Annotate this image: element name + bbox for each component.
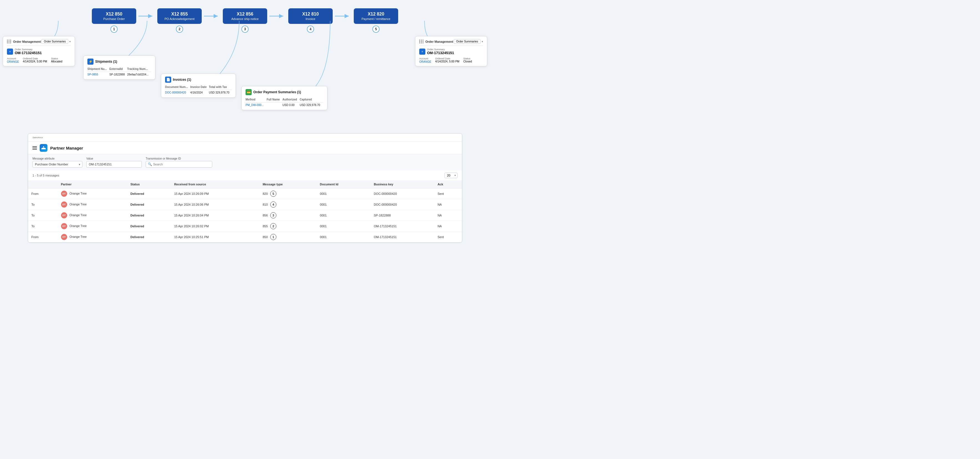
invoices-col1: Document Num...	[165, 85, 190, 90]
chevron-right: ▾	[482, 40, 483, 43]
row-received-0: 15 Apr 2024 10:26:09 PM	[171, 188, 259, 199]
box-code-810: X12 810	[294, 12, 327, 17]
msg-id-filter-group: Transmission or Message ID 🔍	[146, 157, 212, 167]
row-partner-0: OT Orange Tree	[58, 188, 127, 199]
payment-authorized: USD 0.00	[282, 102, 300, 107]
invoices-icon: 📄	[165, 76, 171, 83]
order-summaries-badge-right[interactable]: Order Summaries	[453, 39, 480, 44]
order-mgmt-badge-left: Order Management	[7, 40, 41, 43]
invoices-col3: Total with Tax	[209, 85, 232, 90]
payment-col2: Full Name	[267, 97, 282, 102]
hamburger-menu[interactable]	[32, 146, 37, 150]
shipment-num[interactable]: SP-0855	[88, 73, 98, 76]
box-name-820: Payment / remittance	[359, 17, 393, 21]
shipments-col2: ExternalId	[109, 67, 127, 72]
invoice-date: 4/16/2024	[190, 90, 209, 95]
grid-dots-right	[419, 40, 424, 43]
payment-col1: Method	[245, 97, 267, 102]
row-status-1: Delivered	[127, 199, 171, 210]
steps-row: 1 2 3 4 5	[11, 26, 479, 27]
account-val-left[interactable]: ORANGE	[7, 60, 19, 63]
flow-box-856: X12 856 Advance ship notice	[223, 8, 267, 24]
payment-method[interactable]: PM_DW-000...	[245, 104, 264, 107]
row-msgtype-4: 850 1	[259, 232, 317, 242]
row-bizkey-0: DOC-000000420	[371, 188, 434, 199]
invoices-card: 📄 Invoices (1) Document Num... Invoice D…	[161, 73, 236, 98]
payment-table: Method Full Name Authorized Captured PM_…	[245, 97, 323, 107]
col-header-ack: Ack	[434, 180, 462, 188]
invoice-doc-num[interactable]: DOC-000000420	[165, 91, 186, 94]
flow-boxes-row: X12 850 Purchase Order X12 855 PO Acknow…	[11, 6, 479, 24]
account-label-right: Account	[419, 57, 431, 60]
payment-col4: Captured	[300, 97, 323, 102]
box-code-820: X12 820	[359, 12, 393, 17]
messages-table: Partner Status Received from source Mess…	[28, 180, 462, 242]
flow-box-810: X12 810 Invoice	[288, 8, 332, 24]
col-header-status: Status	[127, 180, 171, 188]
attr-filter-group: Message attribute Purchase Order Number …	[32, 157, 83, 167]
flow-box-855: X12 855 PO Acknowledgement	[158, 8, 202, 24]
order-icon-left: ≡	[7, 49, 13, 55]
flow-box-820: X12 820 Payment / remittance	[354, 8, 398, 24]
col-header-received: Received from source	[171, 180, 259, 188]
flow-arrow-3	[267, 13, 288, 19]
row-docid-2: 0001	[317, 210, 371, 221]
box-name-855: PO Acknowledgement	[163, 17, 196, 21]
step-circle-3: 3	[242, 26, 248, 33]
row-status-3: Delivered	[127, 221, 171, 232]
step-circle-1: 1	[110, 26, 118, 33]
value-label: Value	[86, 157, 142, 160]
value-input[interactable]	[86, 161, 142, 167]
box-code-856: X12 856	[228, 12, 262, 17]
partner-icon-2: OT	[61, 212, 67, 218]
sf-brand-label: Salesforce	[32, 136, 43, 139]
partner-icon-4: OT	[61, 234, 67, 240]
account-val-right[interactable]: ORANGE	[419, 60, 431, 63]
order-id-left: OM-1713245151	[15, 51, 42, 55]
order-summaries-badge-left[interactable]: Order Summaries	[41, 39, 68, 44]
row-direction-0: From	[28, 188, 58, 199]
row-direction-3: To	[28, 221, 58, 232]
status-label-left: Status	[51, 57, 62, 60]
order-mgmt-badge-right: Order Management	[419, 40, 453, 43]
order-icon-right: ≡	[419, 49, 425, 55]
payment-title: Order Payment Summaries (1)	[253, 90, 301, 94]
step-circle-4: 4	[307, 26, 314, 33]
payment-fullname	[267, 102, 282, 107]
row-docid-3: 0001	[317, 221, 371, 232]
step-circle-row-3: 2	[270, 223, 276, 229]
row-ack-0: Sent	[434, 188, 462, 199]
ordered-date-label-right: Ordered Date	[435, 57, 459, 60]
box-code-850: X12 850	[97, 12, 131, 17]
panel-title-row: Partner Manager	[28, 142, 462, 154]
status-val-left: Allocated	[51, 60, 62, 63]
step-circle-row-4: 1	[270, 234, 276, 240]
step-circle-row-2: 3	[270, 212, 276, 218]
payment-captured: USD 329,978.70	[300, 102, 323, 107]
search-input[interactable]	[146, 161, 212, 167]
invoice-total: USD 329,978.70	[209, 90, 232, 95]
row-msgtype-3: 855 2	[259, 221, 317, 232]
shipments-col3: Tracking Num...	[127, 67, 151, 72]
shipment-tracking: 28efaa7cb0204...	[127, 72, 151, 77]
row-docid-1: 0001	[317, 199, 371, 210]
row-bizkey-4: OM-1713245151	[371, 232, 434, 242]
row-direction-4: From	[28, 232, 58, 242]
page-size-select[interactable]: 20	[444, 173, 458, 178]
table-row: From OT Orange Tree Delivered 15 Apr 202…	[28, 188, 462, 199]
payment-icon: 💳	[245, 89, 252, 95]
box-name-856: Advance ship notice	[228, 17, 262, 21]
row-ack-3: NA	[434, 221, 462, 232]
order-label-left: Order Summary	[15, 48, 42, 51]
ordered-date-val-right: 4/14/2024, 5:00 PM	[435, 60, 459, 63]
row-bizkey-1: DOC-000000420	[371, 199, 434, 210]
row-bizkey-3: OM-1713245151	[371, 221, 434, 232]
attr-select[interactable]: Purchase Order Number	[32, 161, 83, 167]
col-header-partner: Partner	[58, 180, 127, 188]
partner-icon-3: OT	[61, 223, 67, 229]
ordered-date-label-left: Ordered Date	[23, 57, 47, 60]
table-row: To OT Orange Tree Delivered 15 Apr 2024 …	[28, 221, 462, 232]
row-status-0: Delivered	[127, 188, 171, 199]
row-direction-1: To	[28, 199, 58, 210]
row-partner-3: OT Orange Tree	[58, 221, 127, 232]
